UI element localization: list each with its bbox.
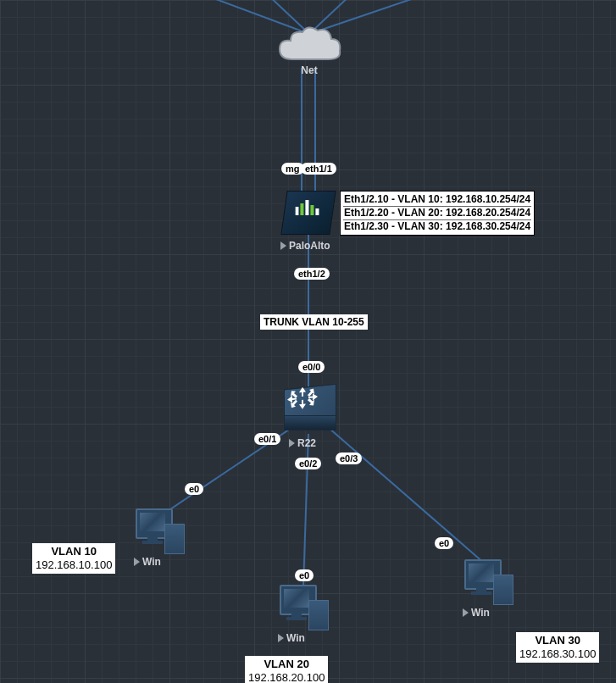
svg-marker-16: [299, 399, 306, 409]
pc-icon: [464, 559, 513, 605]
node-win-vlan10[interactable]: Win: [136, 508, 185, 568]
node-win3-label: Win: [463, 607, 513, 619]
vlan10-box: VLAN 10192.168.10.100: [32, 543, 115, 574]
pc-icon: [280, 585, 329, 630]
cloud-icon: [275, 25, 343, 68]
svg-marker-22: [308, 397, 314, 406]
play-icon: [278, 634, 284, 642]
node-paloalto[interactable]: PaloAlto: [284, 191, 333, 252]
iflabel-e0-3: e0/3: [336, 453, 362, 464]
node-win1-label: Win: [134, 556, 185, 568]
svg-marker-19: [291, 390, 297, 398]
play-icon: [280, 242, 286, 250]
svg-line-8: [303, 434, 308, 586]
play-icon: [463, 608, 469, 617]
firewall-icon: [280, 191, 336, 235]
iflabel-eth1-2: eth1/2: [294, 268, 330, 280]
trunk-label: TRUNK VLAN 10-255: [260, 314, 368, 330]
node-paloalto-label: PaloAlto: [280, 240, 333, 252]
topology-canvas[interactable]: Net PaloAlto Eth1/2.10 - VLAN 10: 192.16…: [0, 0, 616, 683]
svg-rect-11: [300, 203, 303, 215]
svg-marker-18: [308, 393, 318, 401]
node-win-vlan30[interactable]: Win: [464, 559, 513, 619]
iflabel-win3-e0: e0: [435, 537, 453, 549]
l3-switch-icon: [284, 386, 335, 434]
play-icon: [134, 558, 140, 566]
iflabel-win2-e0: e0: [295, 569, 314, 581]
node-win2-label: Win: [278, 632, 329, 644]
iflabel-e0-0: e0/0: [298, 361, 325, 373]
play-icon: [289, 439, 295, 447]
iflabel-eth1-1: eth1/1: [301, 163, 336, 175]
iflabel-win1-e0: e0: [185, 483, 203, 495]
vlan20-box: VLAN 20192.168.20.100: [245, 656, 328, 683]
svg-marker-15: [299, 386, 306, 397]
svg-rect-13: [310, 205, 314, 215]
node-r22[interactable]: R22: [284, 386, 335, 449]
node-net[interactable]: Net: [275, 25, 343, 76]
iflabel-e0-1: e0/1: [254, 433, 280, 445]
svg-marker-21: [291, 399, 297, 408]
node-win-vlan20[interactable]: Win: [280, 585, 329, 644]
pc-icon: [136, 508, 185, 554]
node-r22-label: R22: [289, 437, 335, 449]
iflabel-e0-2: e0/2: [295, 458, 321, 469]
paloalto-subinterface-info: Eth1/2.10 - VLAN 10: 192.168.10.254/24 E…: [340, 191, 535, 236]
svg-marker-20: [308, 388, 314, 397]
svg-marker-17: [287, 396, 297, 403]
svg-line-9: [329, 428, 485, 564]
svg-rect-14: [315, 208, 319, 215]
svg-rect-12: [305, 200, 308, 215]
vlan30-box: VLAN 30192.168.30.100: [516, 632, 599, 663]
svg-rect-10: [295, 207, 298, 215]
